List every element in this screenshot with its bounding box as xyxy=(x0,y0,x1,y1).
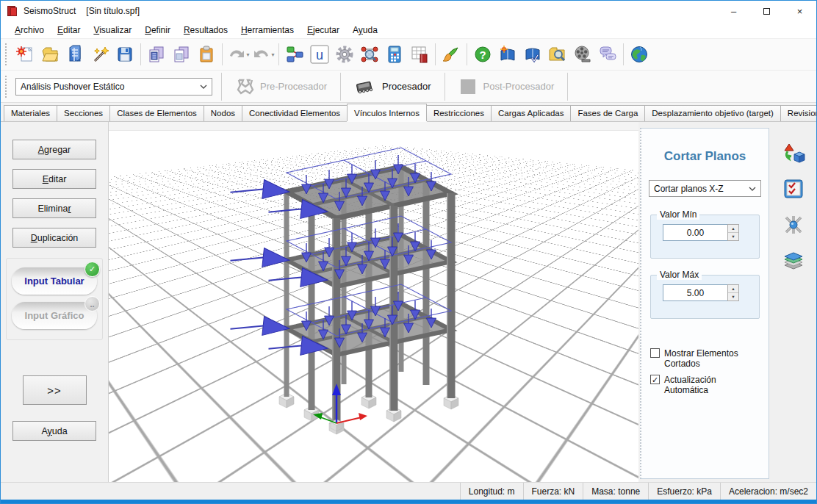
movies-icon[interactable] xyxy=(570,41,595,68)
tab-fases-de-carga[interactable]: Fases de Carga xyxy=(570,105,645,121)
menu-definir[interactable]: Definir xyxy=(138,25,177,35)
app-icon xyxy=(7,5,18,17)
min-spin-up[interactable]: ▲ xyxy=(728,225,738,233)
valor-min-group: Valor Mín ▲ ▼ xyxy=(650,215,760,259)
checklist-icon[interactable] xyxy=(781,177,806,201)
feedback-icon[interactable] xyxy=(595,41,620,68)
format-brush-icon[interactable] xyxy=(439,41,464,68)
menu-ejecutar[interactable]: Ejecutar xyxy=(300,25,346,35)
node-axes-icon[interactable] xyxy=(781,213,806,237)
editar-button[interactable]: Editar xyxy=(12,169,96,189)
toolbar2-gripper[interactable] xyxy=(5,76,10,98)
wizard-icon[interactable] xyxy=(87,41,112,68)
dot-connections-icon[interactable] xyxy=(282,41,307,68)
verify-book-icon[interactable] xyxy=(520,41,545,68)
menu-editar[interactable]: Editar xyxy=(51,25,87,35)
tab-cargas-aplicadas[interactable]: Cargas Aplicadas xyxy=(491,105,572,121)
building-modeller-icon[interactable] xyxy=(62,41,87,68)
chevron-down-icon xyxy=(749,187,756,191)
pre-processor-icon xyxy=(235,77,254,96)
model-3d-viewport[interactable] xyxy=(109,122,638,482)
document-title: [Sin título.spf] xyxy=(86,6,140,16)
minimize-button[interactable]: – xyxy=(717,1,750,21)
copy-view-icon[interactable] xyxy=(169,41,194,68)
cut-plane-select[interactable]: Cortar planos X-Z xyxy=(649,180,761,197)
open-project-icon[interactable] xyxy=(37,41,62,68)
tab-nodos[interactable]: Nodos xyxy=(204,105,242,121)
menu-archivo[interactable]: Archivo xyxy=(8,25,51,35)
window-accent-bar xyxy=(1,500,816,503)
cut-layers-icon[interactable] xyxy=(781,249,806,273)
tab-desplazamiento-objetivo[interactable]: Desplazamiento objetivo (target) xyxy=(644,105,781,121)
calculator-icon[interactable] xyxy=(382,41,407,68)
post-processor-button[interactable]: Post-Procesador xyxy=(445,71,568,102)
maximize-button[interactable] xyxy=(750,1,783,21)
status-fuerza: Fuerza: kN xyxy=(523,483,583,500)
status-longitud: Longitud: m xyxy=(460,483,523,500)
settings-gear-icon[interactable] xyxy=(332,41,357,68)
menu-ayuda[interactable]: Ayuda xyxy=(346,25,384,35)
tab-materiales[interactable]: Materiales xyxy=(4,105,57,121)
example-search-icon[interactable] xyxy=(545,41,570,68)
tab-conectividad-elementos[interactable]: Conectividad Elementos xyxy=(242,105,348,121)
analysis-type-select[interactable]: Análisis Pushover Estático xyxy=(15,78,212,96)
redo-caret[interactable]: ▼ xyxy=(270,52,276,57)
undo-icon[interactable]: ▼ xyxy=(226,41,251,68)
manual-book-icon[interactable] xyxy=(495,41,520,68)
cut-planes-panel: Cortar Planos Cortar planos X-Z Valor Mí… xyxy=(640,128,769,479)
redo-icon[interactable]: ▼ xyxy=(251,41,276,68)
checkbox-unchecked-icon[interactable] xyxy=(650,348,660,358)
menu-herramientas[interactable]: Herramientas xyxy=(234,25,300,35)
deformed-view-icon[interactable] xyxy=(357,41,382,68)
paste-icon[interactable] xyxy=(194,41,219,68)
processor-button[interactable]: Procesador xyxy=(341,71,444,102)
menubar: Archivo Editar Visualizar Definir Result… xyxy=(1,21,816,39)
menu-resultados[interactable]: Resultados xyxy=(177,25,234,35)
close-button[interactable]: × xyxy=(783,1,816,21)
globe-icon[interactable] xyxy=(627,41,652,68)
save-icon[interactable] xyxy=(112,41,137,68)
valor-max-group: Valor Máx ▲ ▼ xyxy=(650,275,760,319)
undo-caret[interactable]: ▼ xyxy=(245,52,251,57)
min-spin-down[interactable]: ▼ xyxy=(728,233,738,240)
valor-min-input[interactable] xyxy=(663,224,727,241)
panel-title: Cortar Planos xyxy=(649,149,761,164)
max-spin-up[interactable]: ▲ xyxy=(728,285,738,293)
pre-processor-button[interactable]: Pre-Procesador xyxy=(222,71,340,102)
view-rotate-cube-icon[interactable] xyxy=(781,141,806,165)
valor-max-input[interactable] xyxy=(663,284,727,301)
toolbar-gripper[interactable] xyxy=(5,43,10,65)
pre-processor-tabstrip: Materiales Secciones Clases de Elementos… xyxy=(1,103,816,122)
duplicacion-button[interactable]: Duplicación xyxy=(12,228,96,248)
expand-panel-button[interactable]: >> xyxy=(23,375,87,405)
tab-vinculos-internos[interactable]: Vínculos Internos xyxy=(347,104,427,121)
mostrar-elementos-checkbox[interactable]: Mostrar Elementos Cortados xyxy=(650,348,761,369)
svg-text:u: u xyxy=(316,48,323,62)
app-window: SeismoStruct [Sin título.spf] – × Archiv… xyxy=(0,0,817,504)
chevron-down-icon xyxy=(200,84,207,89)
eliminar-button[interactable]: Eliminar xyxy=(12,198,96,218)
element-table-icon[interactable] xyxy=(407,41,432,68)
tab-clases-de-elementos[interactable]: Clases de Elementos xyxy=(109,105,204,121)
input-tabular-button[interactable]: Input Tabular ✓ xyxy=(12,267,97,295)
sidebar: Agregar Editar Eliminar Duplicación Inpu… xyxy=(1,122,109,482)
ayuda-button[interactable]: Ayuda xyxy=(12,421,96,441)
menu-visualizar[interactable]: Visualizar xyxy=(87,25,138,35)
status-aceleracion: Aceleracion: m/sec2 xyxy=(720,483,816,500)
structure-model xyxy=(109,122,632,482)
tab-secciones[interactable]: Secciones xyxy=(57,105,110,121)
dots-badge-icon: .. xyxy=(84,296,100,312)
max-spin-down[interactable]: ▼ xyxy=(728,293,738,300)
new-project-icon[interactable] xyxy=(12,41,37,68)
tab-restricciones[interactable]: Restricciones xyxy=(426,105,492,121)
titlebar: SeismoStruct [Sin título.spf] – × xyxy=(1,1,816,21)
help-icon[interactable]: ? xyxy=(470,41,495,68)
input-grafico-button[interactable]: Input Gráfico .. xyxy=(12,302,97,329)
copy-model-icon[interactable] xyxy=(144,41,169,68)
tab-revisiones-codigo[interactable]: Revisiones basadas en código xyxy=(780,105,817,121)
actualizacion-automatica-checkbox[interactable]: ✓ Actualización Automática xyxy=(650,375,761,395)
units-u-icon[interactable]: u xyxy=(307,41,332,68)
checkbox-checked-icon[interactable]: ✓ xyxy=(650,375,660,384)
agregar-button[interactable]: Agregar xyxy=(12,140,96,159)
processor-icon xyxy=(354,77,376,96)
